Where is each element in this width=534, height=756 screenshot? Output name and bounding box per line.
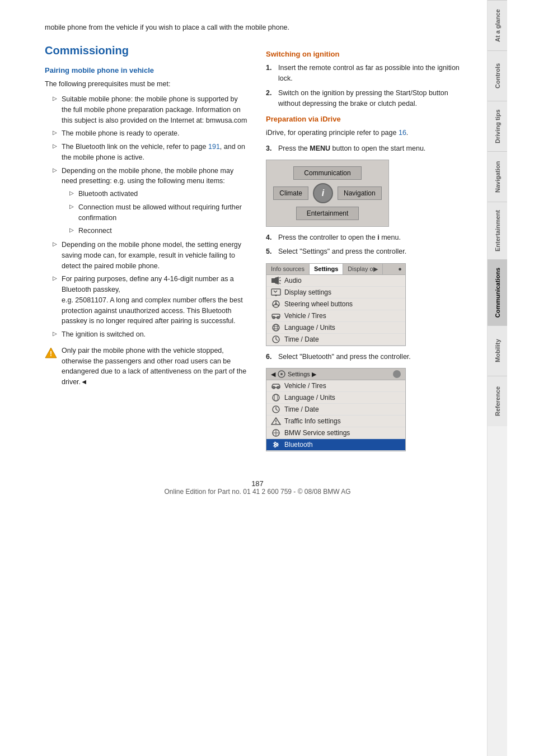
tab-more: ● xyxy=(395,264,405,274)
step-item: 3.Press the MENU button to open the star… xyxy=(266,143,470,154)
language-icon xyxy=(271,324,281,332)
list-item: For pairing purposes, define any 4-16-di… xyxy=(53,274,249,326)
tab-navigation[interactable]: Navigation xyxy=(488,151,507,202)
step-item: 5.Select "Settings" and press the contro… xyxy=(266,246,470,257)
warning-box: ! Only pair the mobile phone with the ve… xyxy=(45,346,249,388)
svg-line-24 xyxy=(276,339,278,340)
menu-communication: Communication xyxy=(293,166,361,180)
bt-bluetooth-label: Bluetooth xyxy=(284,441,313,449)
menu-climate: Climate xyxy=(273,186,308,200)
page-number: 187 xyxy=(45,479,470,488)
audio-icon xyxy=(271,277,281,284)
idrive-steps: 3.Press the MENU button to open the star… xyxy=(266,143,470,154)
bt-header-left: ◀ Settings ▶ xyxy=(271,370,316,378)
intro-paragraph: mobile phone from the vehicle if you wis… xyxy=(45,22,470,33)
settings-screenshot: Info sources Settings Display o▶ ● Audio… xyxy=(266,263,406,346)
tab-display: Display o▶ xyxy=(343,264,382,274)
warning-text: Only pair the mobile phone with the vehi… xyxy=(62,346,249,388)
settings-display-label: Display settings xyxy=(284,288,331,296)
settings-item-vehicle: Vehicle / Tires xyxy=(266,310,405,322)
tab-mobility[interactable]: Mobility xyxy=(488,325,507,376)
switching-ignition-heading: Switching on ignition xyxy=(266,50,470,58)
list-item: The Bluetooth link on the vehicle, refer… xyxy=(53,142,249,163)
svg-point-18 xyxy=(273,324,279,331)
step-item: 1.Insert the remote control as far as po… xyxy=(266,63,470,85)
bt-header-label: Settings ▶ xyxy=(288,371,316,378)
step-item: 2.Switch on the ignition by pressing the… xyxy=(266,88,470,110)
bt-time-icon xyxy=(271,405,281,413)
sub-list-item: Connection must be allowed without requi… xyxy=(69,202,249,223)
sub-list-item: Reconnect xyxy=(69,226,249,236)
tab-info-sources: Info sources xyxy=(266,264,310,274)
settings-steering-label: Steering wheel buttons xyxy=(284,300,353,308)
tab-settings: Settings xyxy=(310,264,343,274)
settings-vehicle-label: Vehicle / Tires xyxy=(284,312,326,320)
tab-reference[interactable]: Reference xyxy=(488,376,507,426)
bt-traffic-label: Traffic Info settings xyxy=(284,417,341,425)
bt-item-time: Time / Date xyxy=(266,404,405,416)
svg-rect-2 xyxy=(271,278,275,283)
bt-language-label: Language / Units xyxy=(284,394,335,402)
bt-vehicle-label: Vehicle / Tires xyxy=(284,382,326,390)
settings-item-language: Language / Units xyxy=(266,322,405,334)
svg-point-19 xyxy=(274,324,278,331)
settings-time-label: Time / Date xyxy=(284,335,319,343)
sub-list-item: Bluetooth activated xyxy=(69,189,249,199)
warning-icon: ! xyxy=(45,347,57,359)
tab-entertainment[interactable]: Entertainment xyxy=(488,202,507,259)
settings-audio-label: Audio xyxy=(284,277,302,284)
idrive-step-6: 6.Select "Bluetooth" and press the contr… xyxy=(266,352,470,362)
step-item: 4.Press the controller to open the i men… xyxy=(266,232,470,243)
svg-point-36 xyxy=(275,423,277,424)
display-icon xyxy=(271,288,281,296)
idrive-menu-screenshot: Communication Climate i Navigation Enter… xyxy=(266,160,389,227)
settings-language-label: Language / Units xyxy=(284,324,335,332)
bt-bmw-icon xyxy=(271,429,281,437)
tab-controls[interactable]: Controls xyxy=(488,50,507,101)
preparation-idrive-heading: Preparation via iDrive xyxy=(266,115,470,123)
menu-navigation: Navigation xyxy=(338,186,382,200)
ignition-steps: 1.Insert the remote control as far as po… xyxy=(266,63,470,110)
page-footer: 187 Online Edition for Part no. 01 41 2 … xyxy=(45,474,470,496)
tab-communications[interactable]: Communications xyxy=(488,259,507,325)
left-column: Commissioning Pairing mobile phone in ve… xyxy=(45,44,249,393)
idrive-intro: iDrive, for operating principle refer to… xyxy=(266,128,470,138)
bt-time-label: Time / Date xyxy=(284,405,319,413)
menu-center-circle: i xyxy=(313,183,333,203)
bt-header-arrow: ◀ xyxy=(271,371,275,378)
bt-item-vehicle: Vehicle / Tires xyxy=(266,380,405,392)
settings-item-audio: Audio xyxy=(266,275,405,287)
bt-item-traffic: Traffic Info settings xyxy=(266,416,405,427)
vehicle-tires-icon xyxy=(271,312,281,320)
svg-text:!: ! xyxy=(50,350,52,358)
svg-line-33 xyxy=(276,409,278,410)
svg-marker-3 xyxy=(275,277,279,284)
step-item: 6.Select "Bluetooth" and press the contr… xyxy=(266,352,470,362)
idrive-steps-4-5: 4.Press the controller to open the i men… xyxy=(266,232,470,258)
settings-item-display: Display settings xyxy=(266,287,405,298)
bt-bmw-label: BMW Service settings xyxy=(284,429,350,437)
tab-driving-tips[interactable]: Driving tips xyxy=(488,101,507,151)
list-item: The ignition is switched on. xyxy=(53,329,249,340)
svg-point-30 xyxy=(274,394,278,401)
prerequisites-text: The following prerequisites must be met: xyxy=(45,79,249,90)
footer-text: Online Edition for Part no. 01 41 2 600 … xyxy=(45,488,470,496)
bt-bluetooth-icon xyxy=(271,441,281,449)
bt-vehicle-icon xyxy=(271,382,281,390)
tab-at-a-glance[interactable]: At a glance xyxy=(488,0,507,50)
list-item: The mobile phone is ready to operate. xyxy=(53,128,249,139)
bt-item-bmw: BMW Service settings xyxy=(266,427,405,439)
bt-settings-icon xyxy=(278,370,285,378)
bt-header-row: ◀ Settings ▶ xyxy=(266,368,405,380)
settings-item-steering: Steering wheel buttons xyxy=(266,298,405,310)
menu-entertainment: Entertainment xyxy=(296,207,359,220)
bt-item-language: Language / Units xyxy=(266,392,405,404)
bt-traffic-icon xyxy=(271,417,281,425)
bt-indicator xyxy=(393,370,401,378)
settings-tab-row: Info sources Settings Display o▶ ● xyxy=(266,264,405,275)
main-content: mobile phone from the vehicle if you wis… xyxy=(0,0,487,756)
settings-item-time: Time / Date xyxy=(266,334,405,346)
bluetooth-screenshot: ◀ Settings ▶ Vehicle / Tires Language / … xyxy=(266,368,406,451)
right-column: Switching on ignition 1.Insert the remot… xyxy=(266,44,470,457)
sub-list: Bluetooth activated Connection must be a… xyxy=(62,189,249,236)
